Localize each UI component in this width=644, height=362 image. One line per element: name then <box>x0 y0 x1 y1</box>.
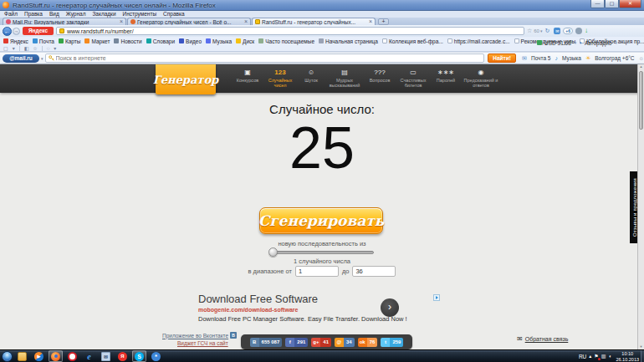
new-tab-button[interactable]: + <box>378 18 389 25</box>
address-bar[interactable] <box>56 27 524 35</box>
tab-generator-info[interactable]: Генератор случайных чисел - Всё о... × <box>127 18 251 25</box>
nav-contests[interactable]: ▣ Конкурсов <box>232 68 263 88</box>
weather-label[interactable]: Волгоград +6°C <box>595 55 634 61</box>
tab-close-icon[interactable]: × <box>369 18 372 25</box>
chevron-down-icon[interactable]: ▾ <box>540 28 543 33</box>
share-facebook[interactable]: f291 <box>285 338 308 347</box>
forward-button[interactable]: → <box>13 28 20 35</box>
mailru-search-input[interactable] <box>56 55 482 61</box>
mail-extension-icon[interactable]: ✉ <box>554 28 560 34</box>
radio-label[interactable]: Авторадио <box>585 40 611 46</box>
refresh-icon[interactable]: ↻ <box>544 25 549 37</box>
taskbar-opera[interactable] <box>65 350 79 362</box>
bookmark-novosti[interactable]: Новости <box>114 38 141 44</box>
close-button[interactable]: ✕ <box>619 0 641 8</box>
bookmark-market[interactable]: Маркет <box>84 38 110 44</box>
download-manager-icon[interactable]: ↓ <box>585 28 588 34</box>
nav-wise-sayings[interactable]: ▤ Мудрых высказываний <box>325 68 364 88</box>
bookmark-yandex[interactable]: Яндекс <box>3 38 28 44</box>
bookmark-pochta[interactable]: Почта <box>33 38 54 44</box>
slider-handle[interactable] <box>268 247 278 257</box>
nav-random-numbers-active[interactable]: 123 Случайных чисел <box>263 68 297 88</box>
bookmark-homepage[interactable]: Начальная страница <box>319 38 378 44</box>
find-button[interactable]: Найти! <box>488 54 516 63</box>
adchoices-icon[interactable] <box>433 294 440 301</box>
page-scrollbar[interactable]: ▲ ▼ <box>637 64 644 349</box>
chevron-down-icon[interactable]: ▾ <box>54 45 56 52</box>
maximize-button[interactable]: ▢ <box>605 0 619 8</box>
ad-title[interactable]: Download Free Software <box>198 293 445 305</box>
taskbar-clock[interactable]: 10:10 26.10.2013 <box>616 351 639 362</box>
start-button[interactable] <box>2 351 13 362</box>
site-logo-ribbon[interactable]: Генератор <box>156 64 216 94</box>
addon-button-4[interactable]: ◌ <box>47 45 50 52</box>
share-twitter[interactable]: t259 <box>381 338 403 347</box>
nav-lucky-tickets[interactable]: ▭ Счастливых билетов <box>396 68 431 88</box>
share-google-plus[interactable]: g+41 <box>311 338 331 347</box>
mailru-search-box[interactable] <box>45 54 485 63</box>
volume-icon[interactable]: ◖ <box>608 350 611 362</box>
chevron-down-icon[interactable]: ▾ <box>575 40 577 45</box>
taskbar-mail-client[interactable]: ✉ <box>99 350 113 362</box>
mailru-logo[interactable]: @mail.ru <box>3 54 39 63</box>
range-to-input[interactable] <box>352 266 396 277</box>
taskbar-explorer[interactable] <box>15 350 29 362</box>
addon-button-1[interactable]: ▢ <box>3 45 8 52</box>
bookmark-slovari[interactable]: Словари <box>146 38 175 44</box>
chevron-down-icon[interactable]: ▾ <box>13 45 15 52</box>
slider-track[interactable] <box>270 251 374 254</box>
menu-edit[interactable]: Правка <box>24 11 43 18</box>
taskbar-mail-agent[interactable]: * <box>149 350 163 362</box>
taskbar-media-player[interactable]: ▶ <box>32 350 46 362</box>
language-indicator[interactable]: RU <box>579 354 586 359</box>
weather-extension-icon[interactable]: +6 <box>563 28 573 34</box>
scrollbar-up-arrow[interactable]: ▲ <box>638 64 644 69</box>
url-input[interactable] <box>67 28 521 34</box>
menu-view[interactable]: Вид <box>49 11 59 18</box>
nav-predictions[interactable]: ◉ Предсказаний и ответов <box>461 68 501 88</box>
tab-close-icon[interactable]: × <box>120 18 123 25</box>
mail-counter[interactable]: Почта 5 <box>531 55 550 61</box>
menu-bookmarks[interactable]: Закладки <box>92 11 115 18</box>
minimize-button[interactable]: — <box>590 0 605 8</box>
bookmark-collection[interactable]: Коллекция веб-фра... <box>382 38 443 44</box>
bookmark-karty[interactable]: Карты <box>59 38 81 44</box>
show-hidden-icons[interactable]: ▴ <box>589 350 591 362</box>
generate-button[interactable]: Сгенерировать <box>259 207 383 234</box>
ad-block[interactable]: Download Free Software mobogenie.com/dow… <box>198 293 445 323</box>
nav-jokes[interactable]: ☺ Шуток <box>297 68 325 88</box>
chevron-down-icon[interactable]: ▾ <box>615 40 617 45</box>
feedback-link[interactable]: ✉ Обратная связь <box>517 335 568 343</box>
taskbar-internet-explorer[interactable]: e <box>82 350 96 362</box>
tab-mailru-bookmarks[interactable]: Mail.Ru: Визуальные закладки × <box>3 18 126 25</box>
gear-icon[interactable]: ☼ <box>639 55 644 61</box>
widget-link[interactable]: Виджет ГСЧ на сайт <box>177 340 228 346</box>
addon-button-3[interactable]: ☆ <box>33 45 37 52</box>
menu-history[interactable]: Журнал <box>66 11 86 18</box>
music-label[interactable]: Музыка <box>562 55 581 61</box>
tab-close-icon[interactable]: × <box>244 18 248 25</box>
taskbar-yandex-browser[interactable]: Я <box>115 350 130 362</box>
taskbar-skype-active[interactable]: S <box>132 350 146 362</box>
action-center-flag-icon[interactable]: ⚑ <box>594 350 598 362</box>
contacts-extension-icon[interactable] <box>575 28 582 34</box>
addon-button-2[interactable]: ◧ <box>24 45 29 52</box>
chevron-down-icon[interactable]: ▾ <box>41 56 43 61</box>
network-icon[interactable]: ▥ <box>601 350 606 362</box>
share-vk[interactable]: В655 087 <box>250 338 283 347</box>
bookmark-disk[interactable]: Диск <box>236 38 254 44</box>
back-button[interactable]: ← <box>3 27 12 36</box>
bookmark-frequent[interactable]: Часто посещаемые <box>258 38 314 44</box>
yandex-button[interactable]: Яндекс <box>23 27 54 35</box>
vk-app-link[interactable]: Приложение во Вконтакте B <box>162 332 237 339</box>
menu-tools[interactable]: Инструменты <box>123 11 157 18</box>
menu-file[interactable]: Файл <box>4 11 18 18</box>
menu-help[interactable]: Справка <box>163 11 185 18</box>
show-desktop-button[interactable] <box>641 350 644 362</box>
scrollbar-thumb[interactable] <box>639 71 643 130</box>
bookmark-carcade[interactable]: https://mail.carcade.c... <box>447 38 510 44</box>
bookmark-muzyka[interactable]: Музыка <box>206 38 232 44</box>
sequence-slider[interactable] <box>270 247 374 257</box>
usd-rate[interactable]: USD 31.68 <box>544 40 571 46</box>
share-mailru[interactable]: @34 <box>335 338 355 347</box>
